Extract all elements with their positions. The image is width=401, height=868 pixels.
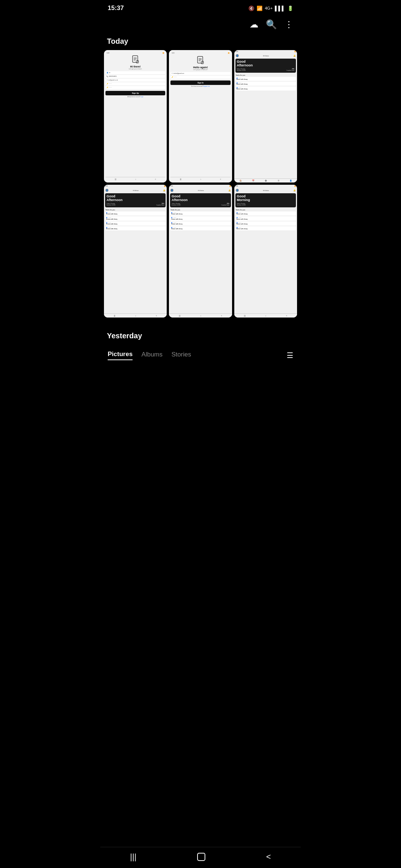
signup-field-phone: 📞 08033564851 [105, 75, 165, 78]
screenshot-signup[interactable]: 14:42 📶 Hi there! Let's get you on board… [104, 50, 167, 183]
tasks-label-1: Tasks for you [234, 73, 297, 76]
nav-forward-button[interactable]: < [266, 852, 271, 862]
signup-title: Hi there! [130, 65, 140, 68]
task-1b: Leisure Dinner with Jenny [235, 82, 296, 86]
mini-dash-header-3: 👤 Hi Kelvin 🔔 [169, 188, 232, 193]
screenshot-dashboard-4[interactable]: 11:56 📶 👤 Hi Kelvin 🔔 GoodMorning Today … [234, 185, 297, 317]
nav-home-button[interactable] [196, 852, 206, 862]
signup-subtitle: Let's get you on board. [129, 68, 142, 70]
nav-back-button[interactable]: ||| [130, 852, 136, 862]
hi-kelvin-2: Hi Kelvin [133, 190, 139, 191]
mini-nav-dash-2: ||| ○ < [104, 313, 167, 318]
menu-icon[interactable]: ☰ [287, 351, 293, 360]
mini-nav-dash-1: 🏠 📅 ➕ ☰ 👤 [234, 178, 297, 183]
date-2: December 14 2023 [237, 70, 246, 71]
more-icon[interactable]: ⋮ [284, 19, 293, 30]
good-meta-4: Today is Thursday December 14 2023 [237, 203, 294, 206]
screenshot-dashboard-3[interactable]: 13:16 📶 👤 Hi Kelvin 🔔 GoodAfternoon Toda… [169, 185, 232, 317]
mini-status-2: 14:41 📶 [170, 52, 230, 55]
mini-status-3: 14:24 📶 [234, 50, 297, 53]
signup-button: Sign Up [105, 91, 165, 95]
signin-subtitle: Let's get you in shall we? [193, 69, 208, 70]
pct-label-1: Completed Tasks [287, 70, 294, 71]
signin-field-pass: 🔑 ········ [170, 76, 230, 79]
mini-avatar-2: 👤 [105, 189, 108, 192]
mute-icon: 🔇 [248, 6, 254, 11]
svg-rect-4 [136, 60, 138, 63]
wifi-icon: 📶 [257, 6, 263, 11]
mini-avatar-1: 👤 [236, 54, 239, 57]
signup-field-pass2: 🔑 ········ [105, 86, 165, 89]
screenshot-dashboard-1[interactable]: 14:24 📶 👤 Hi Kelvin 🔔 GoodAfternoon Toda… [234, 50, 297, 183]
task-1c: Leisure Dinner with Jenny [235, 86, 296, 91]
task-2c: Leisure Dinner with Jenny [105, 221, 166, 226]
greeting-4: GoodMorning [237, 195, 294, 202]
tab-pictures[interactable]: Pictures [108, 351, 133, 360]
mini-nav-signin: ||| ○ < [170, 177, 230, 181]
mini-avatar-3: 👤 [170, 189, 173, 192]
greeting-1: GoodAfternoon [237, 60, 294, 68]
mini-signup-screen: 14:42 📶 Hi there! Let's get you on board… [104, 50, 167, 183]
signin-title: Hello again! [193, 66, 208, 69]
gallery-tabs: Pictures Albums Stories ☰ [100, 345, 301, 362]
mini-signin-screen: 14:41 📶 Hello again! Let's get you in sh… [169, 50, 232, 183]
mini-dash-header-2: 👤 Hi Kelvin 🔔 [104, 188, 167, 193]
cloud-icon[interactable]: ☁ [250, 19, 258, 30]
task-1a: Leisure Dinner with Jenny [235, 77, 296, 81]
screenshot-dashboard-2[interactable]: 13:17 📶 👤 Hi Kelvin 🔔 GoodAfternoon Toda… [104, 185, 167, 317]
task-3a: Leisure Dinner with Jenny [170, 211, 231, 216]
hi-kelvin-1: Hi Kelvin [263, 55, 269, 57]
yesterday-section-label: Yesterday [100, 328, 301, 345]
bell-3: 🔔 [228, 189, 231, 191]
tab-albums[interactable]: Albums [141, 351, 163, 360]
good-meta-1: Today is Thursday December 14 2023 75% C… [237, 68, 294, 71]
good-meta-3: Today is Thursday December 14 2023 75% C… [172, 203, 229, 206]
bell-1: 🔔 [293, 55, 296, 57]
good-card-1: GoodAfternoon Today is Thursday December… [235, 59, 296, 73]
today-section-label: Today [100, 33, 301, 50]
date-6: December 14 2023 [172, 204, 180, 206]
mini-status-5: 13:16 📶 [169, 185, 232, 188]
signin-button: Sign In [170, 80, 230, 85]
battery-icon: 🔋 [287, 6, 293, 11]
task-4b: Leisure Dinner with Jenny [235, 216, 296, 220]
status-bar: 15:37 🔇 📶 4G+ ▌▌▌ 🔋 [100, 0, 301, 14]
svg-rect-10 [201, 61, 203, 64]
good-card-2: GoodAfternoon Today is Thursday December… [105, 193, 166, 207]
signin-field-email: ✉ devke@gmail.com [170, 72, 230, 75]
mini-avatar-4: 👤 [236, 189, 239, 192]
mini-dashboard-4: 11:56 📶 👤 Hi Kelvin 🔔 GoodMorning Today … [234, 185, 297, 317]
pct-label-2: Completed Tasks [156, 204, 164, 206]
hi-kelvin-3: Hi Kelvin [198, 190, 204, 191]
good-card-4: GoodMorning Today is Thursday December 1… [235, 193, 296, 207]
signal-icon: ▌▌▌ [275, 6, 285, 11]
task-2a: Leisure Dinner with Jenny [105, 211, 166, 216]
mini-dashboard-1: 14:24 📶 👤 Hi Kelvin 🔔 GoodAfternoon Toda… [234, 50, 297, 183]
good-meta-2: Today is Thursday December 14 2023 75% C… [107, 203, 164, 206]
greeting-2: GoodAfternoon [107, 195, 164, 202]
svg-rect-12 [198, 853, 205, 861]
task-4c: Leisure Dinner with Jenny [235, 221, 296, 226]
mini-dash-header-4: 👤 Hi Kelvin 🔔 [234, 188, 297, 193]
signup-field-email: ✉ tre@gmail.co.uk [105, 79, 165, 82]
search-icon[interactable]: 🔍 [266, 19, 277, 30]
tab-stories[interactable]: Stories [172, 351, 191, 360]
task-4a: Leisure Dinner with Jenny [235, 211, 296, 216]
screenshot-signin[interactable]: 14:41 📶 Hello again! Let's get you in sh… [169, 50, 232, 183]
task-2d: Leisure Dinner with Jenny [105, 226, 166, 230]
signin-register-link: Don't have an account? Register now [191, 86, 210, 87]
bell-2: 🔔 [163, 189, 165, 191]
pct-label-3: Completed Tasks [221, 204, 229, 206]
tasks-label-2: Tasks for you [104, 208, 167, 211]
screenshots-grid: 14:42 📶 Hi there! Let's get you on board… [100, 50, 301, 318]
hi-kelvin-4: Hi Kelvin [263, 190, 269, 191]
signup-field-pass1: 🔑 ········ [105, 82, 165, 85]
task-3b: Leisure Dinner with Jenny [170, 216, 231, 220]
signup-field-name: 👤 tre [105, 71, 165, 74]
mini-status-1: 14:42 📶 [105, 52, 165, 55]
mini-dash-header-1: 👤 Hi Kelvin 🔔 [234, 53, 297, 58]
mini-nav-dash-3: ||| ○ < [169, 313, 232, 318]
greeting-3: GoodAfternoon [172, 195, 229, 202]
good-card-3: GoodAfternoon Today is Thursday December… [170, 193, 231, 207]
date-4: December 14 2023 [107, 204, 115, 206]
